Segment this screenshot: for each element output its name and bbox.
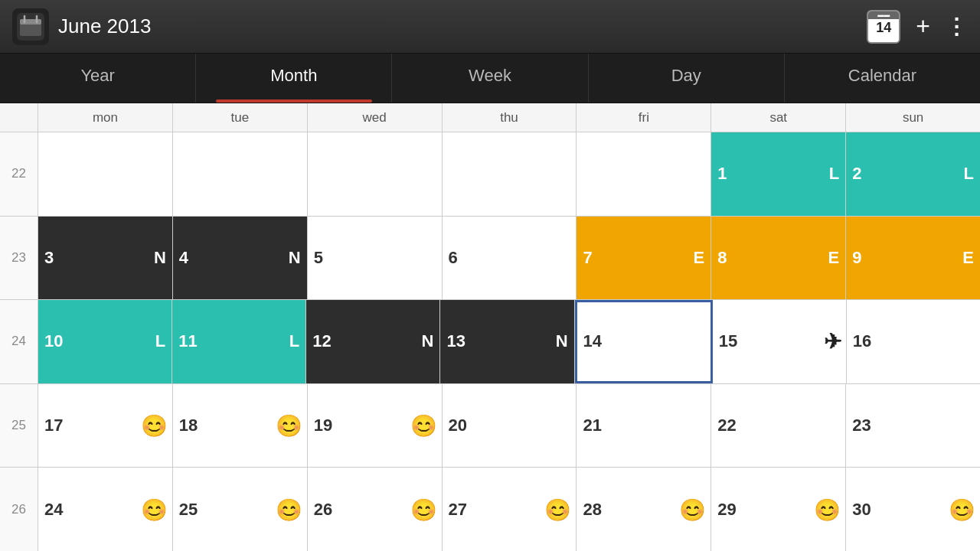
cell-badge-letter: N (556, 331, 568, 351)
cal-cell-8[interactable]: 8E (711, 217, 846, 300)
cal-cell-22[interactable]: 22 (711, 384, 846, 468)
tab-bar: Year Month Week Day Calendar (0, 54, 980, 103)
cell-date-number: 3 (44, 248, 54, 268)
cal-cell-11[interactable]: 11L (172, 300, 306, 383)
week-row-24: 2410L11L12N13N1415✈16 (0, 300, 980, 384)
cell-badge-letter: L (155, 331, 165, 351)
cell-badge-letter: L (829, 164, 839, 184)
header-title: June 2013 (58, 15, 867, 38)
cal-cell-25[interactable]: 25😊 (173, 468, 308, 551)
cal-cell-15[interactable]: 15✈ (713, 300, 847, 383)
cal-cell-empty (577, 132, 711, 216)
tab-week[interactable]: Week (392, 54, 588, 103)
cal-cell-13[interactable]: 13N (440, 300, 574, 383)
cal-cell-29[interactable]: 29😊 (711, 468, 846, 551)
cell-date-number: 18 (179, 416, 198, 435)
cal-cell-9[interactable]: 9E (846, 217, 980, 300)
tab-year[interactable]: Year (0, 54, 196, 103)
week-row-26: 2624😊25😊26😊27😊28😊29😊30😊 (0, 468, 980, 551)
cal-cell-empty (308, 132, 443, 216)
cal-cell-10[interactable]: 10L (38, 300, 172, 383)
cell-date-number: 27 (449, 500, 467, 520)
week-num-25: 25 (0, 384, 38, 468)
cal-cell-3[interactable]: 3N (38, 217, 173, 300)
cell-date-number: 13 (446, 331, 465, 351)
smiley-icon: 😊 (949, 497, 975, 522)
app-icon[interactable] (12, 8, 49, 45)
day-header-mon: mon (38, 103, 173, 132)
smiley-icon: 😊 (679, 497, 706, 522)
day-header-thu: thu (443, 103, 577, 132)
cell-date-number: 15 (719, 331, 737, 351)
cal-cell-19[interactable]: 19😊 (308, 384, 443, 468)
cell-date-number: 20 (449, 416, 467, 435)
calendar-date-number: 14 (876, 20, 891, 37)
week-num-26: 26 (0, 468, 38, 551)
svg-rect-2 (20, 19, 41, 24)
tab-day[interactable]: Day (589, 54, 785, 103)
smiley-icon: 😊 (410, 497, 437, 522)
main-content: mon tue wed thu fri sat sun 221L2L233N4N… (0, 103, 980, 551)
cell-date-number: 11 (178, 331, 197, 351)
day-header-sun: sun (846, 103, 980, 132)
cell-date-number: 23 (852, 416, 871, 435)
cal-cell-21[interactable]: 21 (577, 384, 711, 468)
day-header-tue: tue (173, 103, 308, 132)
cell-date-number: 6 (449, 248, 458, 268)
cal-cell-23[interactable]: 23 (846, 384, 980, 468)
cal-cell-17[interactable]: 17😊 (38, 384, 173, 468)
cell-date-number: 24 (44, 500, 63, 520)
day-headers: mon tue wed thu fri sat sun (0, 103, 980, 132)
cal-cell-4[interactable]: 4N (173, 217, 308, 300)
cal-cell-empty (443, 132, 577, 216)
header-actions: ▬▬ 14 + ⋮ (867, 10, 968, 44)
day-header-fri: fri (577, 103, 711, 132)
cal-cell-12[interactable]: 12N (306, 300, 440, 383)
smiley-icon: 😊 (544, 497, 571, 522)
cal-cell-14[interactable]: 14 (575, 300, 713, 383)
cal-cell-28[interactable]: 28😊 (577, 468, 711, 551)
cal-cell-18[interactable]: 18😊 (173, 384, 308, 468)
smiley-icon: 😊 (276, 497, 302, 522)
cal-cell-empty (38, 132, 173, 216)
tab-month[interactable]: Month (196, 54, 392, 103)
week-num-24: 24 (0, 300, 38, 383)
week-num-22: 22 (0, 132, 38, 216)
cell-date-number: 19 (314, 416, 332, 435)
cell-badge-letter: E (828, 248, 839, 268)
add-event-button[interactable]: + (916, 12, 930, 41)
cal-cell-2[interactable]: 2L (846, 132, 980, 216)
cal-cell-7[interactable]: 7E (577, 217, 711, 300)
cell-date-number: 29 (717, 500, 736, 520)
tab-calendar[interactable]: Calendar (785, 54, 980, 103)
cell-date-number: 17 (44, 416, 63, 435)
cell-date-number: 4 (179, 248, 188, 268)
cell-date-number: 9 (852, 248, 861, 268)
overflow-menu-button[interactable]: ⋮ (946, 14, 968, 39)
cal-cell-20[interactable]: 20 (443, 384, 577, 468)
week-num-23: 23 (0, 217, 38, 300)
cal-cell-26[interactable]: 26😊 (308, 468, 443, 551)
cell-badge-letter: L (289, 331, 299, 351)
cell-date-number: 16 (853, 331, 871, 351)
cal-cell-6[interactable]: 6 (443, 217, 577, 300)
cal-cell-24[interactable]: 24😊 (38, 468, 173, 551)
cell-date-number: 21 (583, 416, 601, 435)
cell-date-number: 2 (852, 164, 861, 184)
cell-date-number: 28 (583, 500, 601, 520)
cell-badge-letter: E (962, 248, 974, 268)
calendar-today-button[interactable]: ▬▬ 14 (867, 10, 900, 44)
cell-badge-letter: N (289, 248, 301, 268)
cal-cell-16[interactable]: 16 (847, 300, 980, 383)
smiley-icon: 😊 (141, 497, 168, 522)
day-header-wed: wed (308, 103, 443, 132)
cal-cell-1[interactable]: 1L (711, 132, 846, 216)
cal-cell-27[interactable]: 27😊 (443, 468, 577, 551)
cell-badge-letter: E (694, 248, 705, 268)
smiley-icon: 😊 (410, 413, 437, 439)
cell-date-number: 14 (583, 331, 602, 351)
cal-cell-30[interactable]: 30😊 (846, 468, 980, 551)
week-row-23: 233N4N567E8E9E (0, 217, 980, 301)
cal-cell-5[interactable]: 5 (308, 217, 443, 300)
header: June 2013 ▬▬ 14 + ⋮ (0, 0, 980, 54)
